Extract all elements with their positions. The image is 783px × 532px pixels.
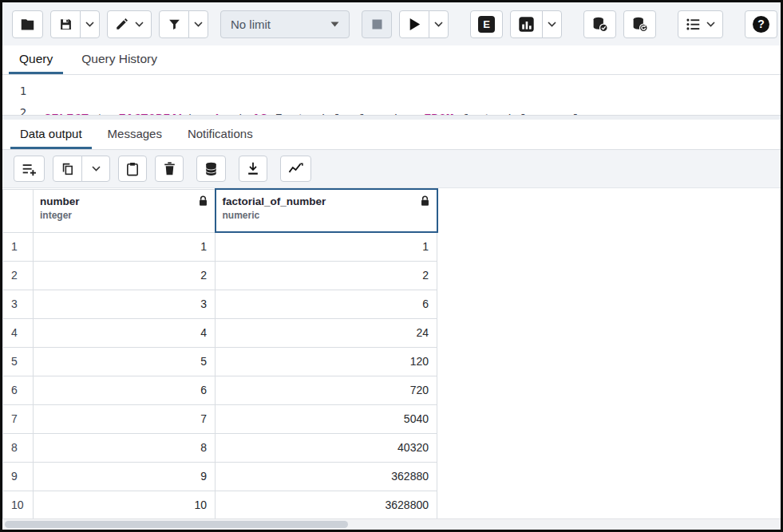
save-data-icon xyxy=(204,162,218,176)
explain-letter: E xyxy=(483,18,490,30)
column-header-number[interactable]: number integer xyxy=(34,189,216,232)
cell-factorial[interactable]: 362880 xyxy=(216,462,437,491)
cell-number[interactable]: 3 xyxy=(34,290,216,318)
lock-icon xyxy=(420,195,430,207)
add-row-button[interactable] xyxy=(14,156,45,182)
cell-number[interactable]: 2 xyxy=(34,261,216,290)
paste-group xyxy=(118,156,147,182)
filter-icon xyxy=(168,18,181,31)
line-number: 1 xyxy=(2,81,44,102)
cell-factorial[interactable]: 3628800 xyxy=(216,491,437,518)
column-meta: factorial_of_number numeric xyxy=(223,195,326,221)
row-limit-select[interactable]: No limit xyxy=(220,10,350,38)
copy-options-button[interactable] xyxy=(81,156,110,182)
graph-button[interactable] xyxy=(280,156,311,182)
output-tabs: Data output Messages Notifications xyxy=(2,120,781,150)
row-number-cell[interactable]: 7 xyxy=(3,404,34,433)
cell-number[interactable]: 5 xyxy=(34,347,216,376)
sql-text: ( xyxy=(185,112,192,115)
cell-number[interactable]: 10 xyxy=(34,491,216,518)
table-row: 3 3 6 xyxy=(3,290,437,318)
column-header-factorial-of-number[interactable]: factorial_of_number numeric xyxy=(216,189,437,232)
cell-number[interactable]: 9 xyxy=(34,462,216,491)
add-row-group xyxy=(14,156,45,182)
scrollbar-thumb[interactable] xyxy=(5,521,348,528)
filter-button[interactable] xyxy=(159,10,189,38)
tab-query-history[interactable]: Query History xyxy=(71,45,168,74)
tab-data-output[interactable]: Data output xyxy=(10,120,92,149)
tab-query[interactable]: Query xyxy=(9,45,63,74)
chevron-down-icon xyxy=(194,22,203,27)
execute-button[interactable] xyxy=(399,10,429,38)
copy-button[interactable] xyxy=(53,156,82,182)
download-button[interactable] xyxy=(239,156,267,182)
macros-list-icon xyxy=(686,18,701,31)
cell-factorial[interactable]: 6 xyxy=(216,290,437,318)
tab-messages[interactable]: Messages xyxy=(98,120,172,149)
row-number-cell[interactable]: 8 xyxy=(3,433,34,462)
cell-factorial[interactable]: 1 xyxy=(216,232,437,261)
edit-button[interactable] xyxy=(107,10,152,38)
commit-button[interactable] xyxy=(583,10,616,38)
table-row: 6 6 720 xyxy=(3,376,437,404)
row-number-cell[interactable]: 3 xyxy=(3,290,34,318)
cell-factorial[interactable]: 2 xyxy=(216,261,437,290)
row-number-cell[interactable]: 9 xyxy=(3,462,34,491)
cell-number[interactable]: 4 xyxy=(34,318,216,347)
column-meta: number integer xyxy=(40,195,80,221)
graph-group xyxy=(280,156,311,182)
sql-code-area[interactable]: SELECT *, FACTORIAL(number) AS Factorial… xyxy=(44,75,595,115)
explain-analyze-button[interactable] xyxy=(510,10,543,38)
rollback-database-icon xyxy=(631,16,648,33)
column-name: number xyxy=(40,195,80,207)
help-group: ? xyxy=(745,10,777,38)
macros-button[interactable] xyxy=(678,10,723,38)
cell-factorial[interactable]: 5040 xyxy=(216,404,437,433)
save-group xyxy=(50,10,100,38)
tab-notifications[interactable]: Notifications xyxy=(178,120,263,149)
grid-corner-cell[interactable] xyxy=(3,189,34,232)
execute-options-button[interactable] xyxy=(429,10,449,38)
explain-options-button[interactable] xyxy=(542,10,562,38)
column-type: numeric xyxy=(223,210,326,221)
sql-function: FACTORIAL xyxy=(118,112,185,115)
column-name: factorial_of_number xyxy=(223,195,326,207)
cell-number[interactable]: 8 xyxy=(34,433,216,462)
help-button[interactable]: ? xyxy=(745,10,777,38)
chevron-down-icon xyxy=(330,22,339,27)
save-options-button[interactable] xyxy=(80,10,100,38)
explain-button[interactable]: E xyxy=(470,10,503,38)
row-number-cell[interactable]: 6 xyxy=(3,376,34,404)
cell-factorial[interactable]: 24 xyxy=(216,318,437,347)
cell-factorial[interactable]: 720 xyxy=(216,376,437,404)
save-data-group xyxy=(196,156,226,182)
stop-button[interactable] xyxy=(362,10,392,38)
row-number-cell[interactable]: 5 xyxy=(3,347,34,376)
line-number: 2 xyxy=(2,102,44,115)
cell-factorial[interactable]: 120 xyxy=(216,347,437,376)
cell-number[interactable]: 7 xyxy=(34,404,216,433)
row-number-cell[interactable]: 4 xyxy=(3,318,34,347)
row-number-cell[interactable]: 2 xyxy=(3,261,34,290)
row-number-cell[interactable]: 1 xyxy=(3,232,34,261)
table-row: 7 7 5040 xyxy=(3,404,437,433)
save-button[interactable] xyxy=(50,10,81,38)
save-data-button[interactable] xyxy=(196,156,226,182)
edit-group xyxy=(107,10,152,38)
limit-group: No limit xyxy=(220,10,350,38)
play-icon xyxy=(409,18,421,31)
open-file-button[interactable] xyxy=(12,10,43,38)
cell-number[interactable]: 6 xyxy=(34,376,216,404)
row-number-cell[interactable]: 10 xyxy=(3,491,34,518)
copy-icon xyxy=(61,162,74,176)
header-row: number integer factorial_of_number xyxy=(3,189,437,232)
rollback-button[interactable] xyxy=(623,10,656,38)
delete-rows-button[interactable] xyxy=(155,156,184,182)
paste-button[interactable] xyxy=(118,156,147,182)
cell-number[interactable]: 1 xyxy=(34,232,216,261)
cell-factorial[interactable]: 40320 xyxy=(216,433,437,462)
sql-editor[interactable]: 1 2 SELECT *, FACTORIAL(number) AS Facto… xyxy=(2,75,781,115)
filter-options-button[interactable] xyxy=(188,10,208,38)
horizontal-scrollbar[interactable] xyxy=(2,518,781,530)
pgadmin-query-tool: No limit xyxy=(2,2,781,530)
